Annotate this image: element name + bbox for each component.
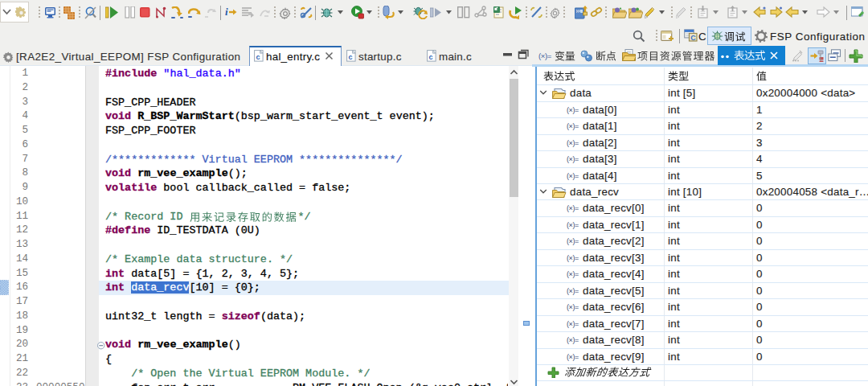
svg-text:(×)=: (×)= (567, 336, 579, 344)
svg-text:C: C (690, 34, 696, 42)
svg-text:(×)=: (×)= (567, 155, 579, 163)
svg-text:c: c (349, 53, 353, 61)
svg-text:(×)=: (×)= (567, 352, 579, 360)
svg-text:c: c (429, 53, 433, 61)
svg-text:(×)=: (×)= (567, 237, 579, 245)
svg-text:(×)=: (×)= (567, 138, 579, 146)
svg-text:(×)=: (×)= (567, 105, 579, 113)
svg-text:(×)=: (×)= (567, 319, 579, 327)
svg-text:(×)=: (×)= (538, 51, 552, 60)
svg-text:(×)=: (×)= (567, 171, 579, 179)
svg-text:(×)=: (×)= (567, 286, 579, 294)
svg-text:(×)=: (×)= (567, 220, 579, 228)
svg-text:(×)=: (×)= (567, 204, 579, 212)
svg-text:(×)=: (×)= (567, 303, 579, 311)
svg-text:i: i (225, 6, 228, 18)
svg-text:(×)=: (×)= (567, 253, 579, 261)
svg-text:(×)=: (×)= (567, 122, 579, 130)
svg-text:(×)=: (×)= (567, 270, 579, 278)
svg-text:01: 01 (576, 10, 581, 14)
svg-text:c: c (256, 53, 260, 61)
